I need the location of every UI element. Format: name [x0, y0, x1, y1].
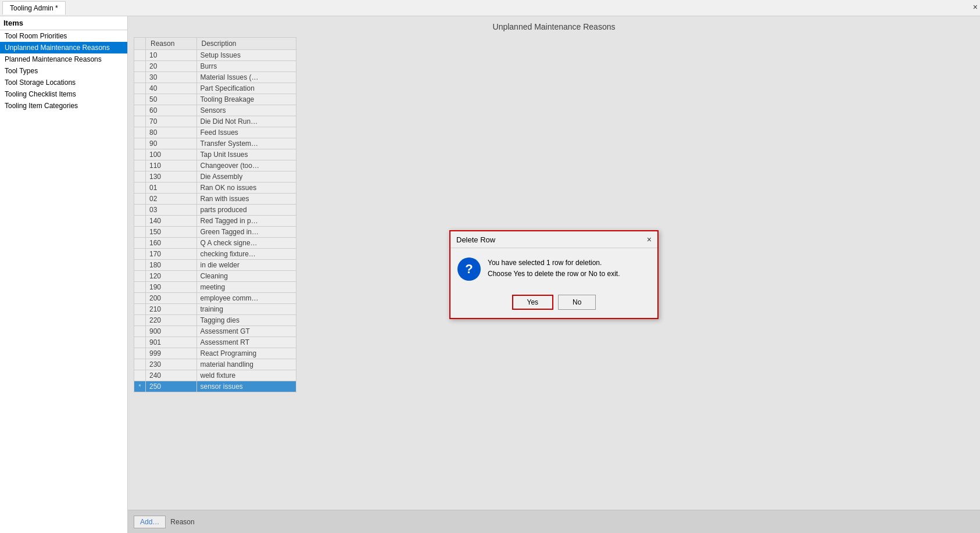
app-tab[interactable]: Tooling Admin * — [2, 1, 66, 15]
app-container: Tooling Admin * × Items Tool Room Priori… — [0, 0, 980, 533]
dialog-icon: ? — [457, 257, 481, 281]
dialog-title: Delete Row — [456, 235, 495, 244]
sidebar-item-tooling-item-categories[interactable]: Tooling Item Categories — [0, 100, 127, 112]
delete-dialog: Delete Row × ? You have selected 1 row f… — [449, 230, 659, 319]
main-layout: Items Tool Room PrioritiesUnplanned Main… — [0, 16, 980, 533]
dialog-message-line2: Choose Yes to delete the row or No to ex… — [488, 269, 620, 280]
window-close-button[interactable]: × — [973, 2, 978, 12]
dialog-no-button[interactable]: No — [558, 295, 596, 310]
sidebar-header: Items — [0, 16, 127, 30]
dialog-body: ? You have selected 1 row for deletion. … — [450, 248, 657, 290]
dialog-message: You have selected 1 row for deletion. Ch… — [488, 257, 620, 280]
content-area: Unplanned Maintenance Reasons Reason Des… — [128, 16, 980, 533]
dialog-overlay: Delete Row × ? You have selected 1 row f… — [128, 16, 980, 533]
sidebar-items: Tool Room PrioritiesUnplanned Maintenanc… — [0, 30, 127, 112]
dialog-buttons: Yes No — [450, 290, 657, 318]
dialog-message-line1: You have selected 1 row for deletion. — [488, 257, 620, 269]
dialog-yes-button[interactable]: Yes — [512, 295, 554, 310]
question-mark: ? — [465, 262, 473, 277]
sidebar-item-unplanned-maintenance-reasons[interactable]: Unplanned Maintenance Reasons — [0, 42, 127, 53]
sidebar: Items Tool Room PrioritiesUnplanned Main… — [0, 16, 128, 533]
sidebar-item-tool-storage-locations[interactable]: Tool Storage Locations — [0, 77, 127, 88]
sidebar-item-tool-room-priorities[interactable]: Tool Room Priorities — [0, 30, 127, 42]
title-bar: Tooling Admin * × — [0, 0, 980, 16]
sidebar-item-tool-types[interactable]: Tool Types — [0, 65, 127, 77]
dialog-titlebar: Delete Row × — [450, 231, 657, 248]
sidebar-item-tooling-checklist-items[interactable]: Tooling Checklist Items — [0, 88, 127, 100]
dialog-close-button[interactable]: × — [647, 235, 652, 244]
sidebar-item-planned-maintenance-reasons[interactable]: Planned Maintenance Reasons — [0, 53, 127, 65]
